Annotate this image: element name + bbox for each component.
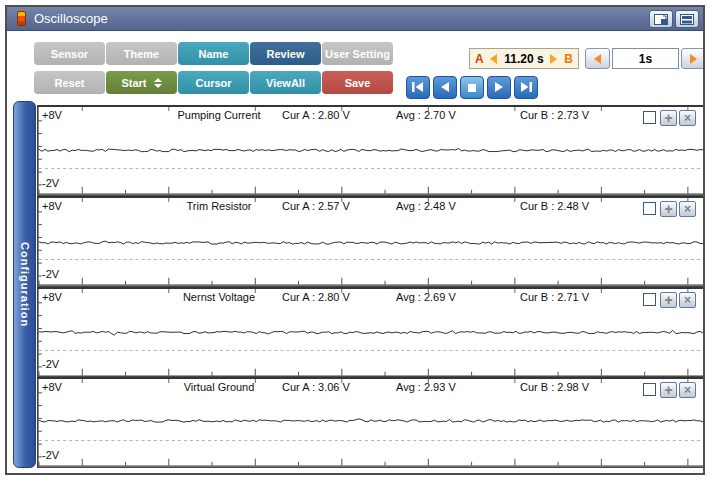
cursor-b-readout: Cur B : 2.98 V [520, 381, 589, 393]
close-icon: × [684, 384, 691, 396]
sensor-button[interactable]: Sensor [34, 42, 105, 65]
waveform-plot [37, 107, 705, 195]
cursor-b-readout: Cur B : 2.48 V [520, 200, 589, 212]
close-channel-button[interactable]: × [679, 382, 696, 398]
plus-icon: + [664, 111, 672, 125]
skip-to-start-icon [412, 80, 424, 95]
cursor-b-readout: Cur B : 2.73 V [520, 109, 589, 121]
interval-input[interactable] [612, 48, 679, 69]
add-channel-button[interactable]: + [660, 110, 677, 126]
channel-checkbox[interactable] [643, 202, 656, 215]
cursor-a-tag: A [475, 52, 484, 66]
scope-panel: +8V -2V Pumping Current Cur A : 2.80 V A… [37, 105, 705, 196]
step-back-button[interactable] [433, 76, 457, 99]
interval-increase-button[interactable] [681, 48, 705, 69]
y-max-label: +8V [42, 109, 62, 121]
y-min-label: -2V [42, 358, 59, 370]
viewall-button[interactable]: ViewAll [250, 71, 321, 94]
y-max-label: +8V [42, 200, 62, 212]
waveform-plot [37, 289, 705, 377]
cursor-a-readout: Cur A : 2.80 V [282, 109, 350, 121]
close-icon: × [684, 294, 691, 306]
skip-to-start-button[interactable] [406, 76, 430, 99]
interval-decrease-button[interactable] [585, 48, 610, 69]
start-button[interactable]: Start [106, 71, 177, 94]
plus-icon: + [664, 202, 672, 216]
start-spinner-icon [154, 78, 162, 88]
play-icon [494, 80, 504, 95]
split-panes-icon [680, 14, 694, 25]
channel-checkbox[interactable] [643, 293, 656, 306]
y-min-label: -2V [42, 177, 59, 189]
y-max-label: +8V [42, 381, 62, 393]
theme-button[interactable]: Theme [106, 42, 177, 65]
close-icon: × [684, 203, 691, 215]
add-channel-button[interactable]: + [660, 201, 677, 217]
y-min-label: -2V [42, 268, 59, 280]
scope-panel: +8V -2V Virtual Ground Cur A : 3.06 V Av… [37, 377, 705, 468]
waveform-plot [37, 379, 705, 467]
save-button[interactable]: Save [322, 71, 393, 94]
add-channel-button[interactable]: + [660, 292, 677, 308]
cursor-button[interactable]: Cursor [178, 71, 249, 94]
channel-name: Pumping Current [164, 109, 274, 121]
play-button[interactable] [487, 76, 511, 99]
close-channel-button[interactable]: × [679, 201, 696, 217]
skip-to-end-button[interactable] [514, 76, 538, 99]
window-title: Oscilloscope [34, 11, 108, 26]
layout-button[interactable] [649, 10, 673, 28]
name-button[interactable]: Name [178, 42, 249, 65]
split-button[interactable] [675, 10, 699, 28]
close-channel-button[interactable]: × [679, 292, 696, 308]
plus-icon: + [664, 293, 672, 307]
skip-to-end-icon [520, 80, 532, 95]
cursor-a-arrow-icon [490, 54, 497, 64]
avg-readout: Avg : 2.70 V [396, 109, 456, 121]
layout-icon [654, 14, 668, 25]
user-setting-button[interactable]: User Setting [322, 42, 393, 65]
title-bar: Oscilloscope [7, 7, 703, 31]
stop-button[interactable] [460, 76, 484, 99]
cursor-a-readout: Cur A : 2.57 V [282, 200, 350, 212]
y-min-label: -2V [42, 449, 59, 461]
avg-readout: Avg : 2.69 V [396, 291, 456, 303]
channel-checkbox[interactable] [643, 383, 656, 396]
cursor-b-tag: B [564, 52, 573, 66]
avg-readout: Avg : 2.48 V [396, 200, 456, 212]
cursor-b-arrow-icon [550, 54, 557, 64]
reset-button[interactable]: Reset [34, 71, 105, 94]
step-back-icon [440, 80, 450, 95]
channel-name: Nernst Voltage [164, 291, 274, 303]
y-max-label: +8V [42, 291, 62, 303]
right-arrow-icon [690, 54, 697, 64]
close-icon: × [684, 112, 691, 124]
scope-panel: +8V -2V Nernst Voltage Cur A : 2.80 V Av… [37, 287, 705, 378]
channel-name: Trim Resistor [164, 200, 274, 212]
start-button-label: Start [121, 77, 146, 89]
channel-name: Virtual Ground [164, 381, 274, 393]
ab-delta-time: 11.20 s [504, 52, 543, 66]
cursor-a-readout: Cur A : 3.06 V [282, 381, 350, 393]
close-channel-button[interactable]: × [679, 110, 696, 126]
scope-panels-area: A B +8V -2V Pumping Current Cur A : 2.80… [37, 105, 705, 468]
cursor-a-readout: Cur A : 2.80 V [282, 291, 350, 303]
avg-readout: Avg : 2.93 V [396, 381, 456, 393]
oscilloscope-window: Oscilloscope Sensor Theme Name Review Us… [5, 5, 705, 475]
scope-panel: +8V -2V Trim Resistor Cur A : 2.57 V Avg… [37, 196, 705, 287]
review-button[interactable]: Review [250, 42, 321, 65]
configuration-tab-label: Configuration [19, 242, 31, 327]
waveform-plot [37, 198, 705, 286]
plus-icon: + [664, 383, 672, 397]
left-arrow-icon [594, 54, 601, 64]
channel-checkbox[interactable] [643, 111, 656, 124]
cursor-b-readout: Cur B : 2.71 V [520, 291, 589, 303]
add-channel-button[interactable]: + [660, 382, 677, 398]
stop-icon [468, 80, 476, 95]
scope-app-icon [17, 11, 26, 26]
configuration-tab[interactable]: Configuration [13, 101, 36, 468]
ab-time-readout: A 11.20 s B [469, 48, 579, 69]
